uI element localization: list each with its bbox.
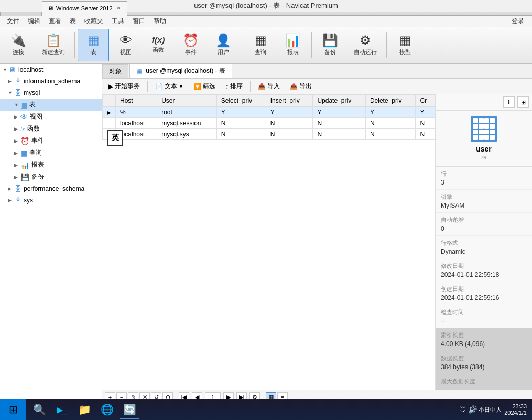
close-button[interactable]: ✕ [508,0,532,16]
table-cell[interactable]: Y [416,107,435,118]
table-cell[interactable]: root [157,107,217,118]
tab-home-close[interactable]: ✕ [30,6,36,12]
import-button[interactable]: 📥 导入 [254,80,284,92]
maximize-button[interactable]: □ [485,0,508,16]
col-cr[interactable]: Cr [416,95,435,107]
tool-user[interactable]: 👤 用户 [208,29,239,61]
col-insert-priv[interactable]: Insert_priv [266,95,313,107]
tool-auto-run[interactable]: ⚙ 自动运行 [347,29,384,61]
tool-query[interactable]: ▦ 查询 [245,29,276,61]
menu-file[interactable]: 文件 [3,16,24,27]
table-cell[interactable]: N [313,129,365,140]
table-cell[interactable]: N [266,129,313,140]
sidebar-item-reports[interactable]: ▶ 📊 报表 [0,159,102,171]
table-cell[interactable]: N [416,118,435,129]
sidebar-item-events[interactable]: ▶ ⏰ 事件 [0,135,102,147]
begin-transaction-button[interactable]: ▶ 开始事务 [105,80,144,92]
info-engine: 引擎 MyISAM [436,190,532,213]
table-row[interactable]: localhostmysql.sessionNNNNN [103,118,435,129]
tool-function[interactable]: f(x) 函数 [143,29,174,61]
taskbar-terminal[interactable]: ▶_ [51,400,72,419]
sidebar-item-perf-schema[interactable]: ▶ 🗄 performance_schema [0,183,102,195]
text-dropdown-icon: ▼ [179,84,183,89]
sidebar-item-queries[interactable]: ▶ ▦ 查询 [0,147,102,159]
table-cell[interactable]: Y [216,107,266,118]
tab-table-view[interactable]: ▦ user @mysql (localhost) - 表 [129,64,232,78]
ime-indicator[interactable]: 英 [107,130,123,146]
data-grid[interactable]: Host User Select_priv Insert_priv Update… [102,94,435,390]
sidebar-item-sys[interactable]: ▶ 🗄 sys [0,195,102,206]
sidebar-item-mysql[interactable]: ▼ 🗄 mysql [0,87,102,99]
table-icon: ▦ [88,34,100,47]
table-cell[interactable]: N [365,118,416,129]
table-cell[interactable]: mysql.session [157,118,217,129]
table-cell[interactable]: % [116,107,157,118]
menu-favorites[interactable]: 收藏夹 [80,16,107,27]
info-icons-bar: ℹ ⊞ [436,94,532,111]
tool-table[interactable]: ▦ 表 [78,29,109,61]
login-area[interactable]: 登录 [506,16,529,27]
table-preview-icon [471,116,497,142]
col-select-priv[interactable]: Select_priv [216,95,266,107]
menu-table[interactable]: 表 [66,16,80,27]
col-user[interactable]: User [157,95,217,107]
table-row[interactable]: ▶%rootYYYYY [103,107,435,118]
tool-view[interactable]: 👁 视图 [110,29,142,61]
table-cell[interactable]: mysql.sys [157,129,217,140]
table-cell[interactable]: N [365,129,416,140]
sidebar-item-information-schema[interactable]: ▶ 🗄 information_schema [0,76,102,87]
export-button[interactable]: 📤 导出 [286,80,316,92]
info-icon-button[interactable]: ℹ [503,96,515,108]
tray-icon1[interactable]: 🛡 [459,405,466,414]
tool-model[interactable]: ▦ 模型 [389,29,421,61]
tool-report[interactable]: 📊 报表 [277,29,309,61]
text-label: 文本 [165,82,177,91]
sidebar-item-views[interactable]: ▶ 👁 视图 [0,111,102,123]
table-cell[interactable]: Y [365,107,416,118]
tab-objects[interactable]: 对象 [102,64,128,78]
sidebar-item-backup[interactable]: ▶ 💾 备份 [0,171,102,183]
table-row[interactable]: localhostmysql.sysNNNNN [103,129,435,140]
taskbar-navicat[interactable]: 🔄 [119,400,140,419]
preview-icon-button[interactable]: ⊞ [517,96,529,108]
tab-server-close[interactable]: ✕ [115,5,122,11]
sidebar-item-localhost[interactable]: ▼ 🖥 localhost [0,64,102,76]
tray-icon2[interactable]: 🔊 [468,405,477,414]
backup-label: 备份 [324,48,336,56]
text-button[interactable]: 📄 文本 ▼ [151,80,187,92]
menu-tools[interactable]: 工具 [107,16,128,27]
taskbar-ie[interactable]: 🌐 [96,400,117,419]
taskbar-clock[interactable]: 23:33 2024/1/1 [504,403,527,416]
table-cell[interactable]: localhost [116,118,157,129]
table-cell[interactable]: N [216,118,266,129]
menu-edit[interactable]: 编辑 [24,16,45,27]
table-cell[interactable]: N [416,129,435,140]
col-host[interactable]: Host [116,95,157,107]
taskbar-folder[interactable]: 📁 [74,400,95,419]
expand-arrow: ▼ [8,90,14,95]
tool-new-query[interactable]: 📋 新建查询 [35,29,72,61]
col-update-priv[interactable]: Update_priv [313,95,365,107]
minimize-button[interactable]: ─ [461,0,485,16]
menu-view[interactable]: 查看 [45,16,66,27]
filter-button[interactable]: 🔽 筛选 [190,80,219,92]
menu-window[interactable]: 窗口 [128,16,149,27]
sidebar-item-functions[interactable]: ▶ fx 函数 [0,123,102,135]
sort-button[interactable]: ↕ 排序 [222,80,246,92]
sidebar-item-tables[interactable]: ▼ ▦ 表 [0,99,102,111]
start-button[interactable]: ⊞ [0,399,26,420]
table-cell[interactable]: N [313,118,365,129]
table-cell[interactable]: Y [266,107,313,118]
table-cell[interactable]: N [266,118,313,129]
taskbar-explorer[interactable]: 🔍 [29,400,50,419]
tool-event[interactable]: ⏰ 事件 [175,29,207,61]
menu-help[interactable]: 帮助 [149,16,170,27]
tool-backup[interactable]: 💾 备份 [314,29,346,61]
tab-server[interactable]: 🖥 Windows Server 2012 ✕ [42,1,127,16]
table-cell[interactable]: N [216,129,266,140]
table-cell[interactable]: Y [313,107,365,118]
tab-home[interactable]: 🏠 主页 ✕ [0,1,42,16]
col-delete-priv[interactable]: Delete_priv [365,95,416,107]
tray-icon3[interactable]: 小日中人 [479,406,502,414]
tool-connect[interactable]: 🔌 连接 [3,29,34,61]
